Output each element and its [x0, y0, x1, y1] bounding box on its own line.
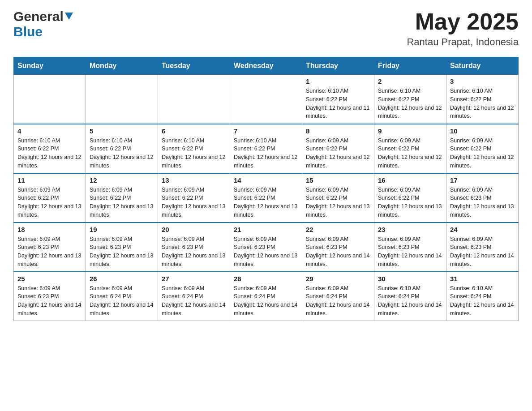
day-info: Sunrise: 6:09 AMSunset: 6:22 PMDaylight:… — [162, 186, 226, 219]
day-number: 7 — [234, 127, 298, 135]
day-number: 27 — [162, 275, 226, 283]
day-number: 22 — [306, 226, 370, 233]
day-info: Sunrise: 6:09 AMSunset: 6:22 PMDaylight:… — [450, 137, 515, 170]
calendar-table: SundayMondayTuesdayWednesdayThursdayFrid… — [13, 57, 519, 321]
day-info: Sunrise: 6:10 AMSunset: 6:22 PMDaylight:… — [90, 137, 154, 170]
calendar-cell: 7 Sunrise: 6:10 AMSunset: 6:22 PMDayligh… — [230, 124, 302, 173]
calendar-cell: 30 Sunrise: 6:10 AMSunset: 6:24 PMDaylig… — [374, 272, 446, 321]
day-number: 9 — [378, 127, 442, 135]
day-number: 21 — [234, 226, 298, 233]
calendar-cell: 24 Sunrise: 6:09 AMSunset: 6:23 PMDaylig… — [446, 223, 519, 272]
calendar-week-5: 25 Sunrise: 6:09 AMSunset: 6:23 PMDaylig… — [14, 272, 519, 321]
calendar-cell: 9 Sunrise: 6:09 AMSunset: 6:22 PMDayligh… — [374, 124, 446, 173]
calendar-week-2: 4 Sunrise: 6:10 AMSunset: 6:22 PMDayligh… — [14, 124, 519, 173]
day-number: 31 — [450, 275, 515, 283]
day-info: Sunrise: 6:09 AMSunset: 6:22 PMDaylight:… — [306, 137, 370, 170]
day-number: 13 — [162, 176, 226, 184]
col-header-monday: Monday — [86, 57, 158, 75]
col-header-saturday: Saturday — [446, 57, 519, 75]
col-header-friday: Friday — [374, 57, 446, 75]
logo-arrow-icon — [65, 13, 73, 22]
day-number: 18 — [17, 226, 82, 233]
day-info: Sunrise: 6:09 AMSunset: 6:22 PMDaylight:… — [234, 186, 298, 219]
calendar-cell: 8 Sunrise: 6:09 AMSunset: 6:22 PMDayligh… — [302, 124, 374, 173]
day-info: Sunrise: 6:09 AMSunset: 6:22 PMDaylight:… — [17, 186, 82, 219]
day-number: 23 — [378, 226, 442, 233]
calendar-cell: 14 Sunrise: 6:09 AMSunset: 6:22 PMDaylig… — [230, 173, 302, 223]
calendar-cell: 27 Sunrise: 6:09 AMSunset: 6:24 PMDaylig… — [158, 272, 230, 321]
calendar-cell: 11 Sunrise: 6:09 AMSunset: 6:22 PMDaylig… — [14, 173, 86, 223]
day-number: 29 — [306, 275, 370, 283]
calendar-cell: 2 Sunrise: 6:10 AMSunset: 6:22 PMDayligh… — [374, 75, 446, 124]
day-info: Sunrise: 6:09 AMSunset: 6:24 PMDaylight:… — [306, 284, 370, 318]
calendar-header-row: SundayMondayTuesdayWednesdayThursdayFrid… — [14, 57, 519, 75]
calendar-cell: 25 Sunrise: 6:09 AMSunset: 6:23 PMDaylig… — [14, 272, 86, 321]
day-info: Sunrise: 6:09 AMSunset: 6:23 PMDaylight:… — [450, 235, 515, 269]
day-info: Sunrise: 6:09 AMSunset: 6:23 PMDaylight:… — [17, 284, 82, 318]
calendar-cell: 18 Sunrise: 6:09 AMSunset: 6:23 PMDaylig… — [14, 223, 86, 272]
calendar-cell: 13 Sunrise: 6:09 AMSunset: 6:22 PMDaylig… — [158, 173, 230, 223]
day-number: 26 — [90, 275, 154, 283]
day-info: Sunrise: 6:09 AMSunset: 6:22 PMDaylight:… — [378, 186, 442, 219]
day-info: Sunrise: 6:09 AMSunset: 6:23 PMDaylight:… — [17, 235, 82, 269]
day-info: Sunrise: 6:09 AMSunset: 6:23 PMDaylight:… — [90, 235, 154, 269]
calendar-cell — [86, 75, 158, 124]
calendar-cell: 1 Sunrise: 6:10 AMSunset: 6:22 PMDayligh… — [302, 75, 374, 124]
calendar-cell: 29 Sunrise: 6:09 AMSunset: 6:24 PMDaylig… — [302, 272, 374, 321]
calendar-cell — [230, 75, 302, 124]
day-info: Sunrise: 6:10 AMSunset: 6:22 PMDaylight:… — [234, 137, 298, 170]
calendar-cell: 16 Sunrise: 6:09 AMSunset: 6:22 PMDaylig… — [374, 173, 446, 223]
day-number: 14 — [234, 176, 298, 184]
calendar-cell: 22 Sunrise: 6:09 AMSunset: 6:23 PMDaylig… — [302, 223, 374, 272]
day-info: Sunrise: 6:10 AMSunset: 6:22 PMDaylight:… — [162, 137, 226, 170]
day-number: 15 — [306, 176, 370, 184]
calendar-cell: 5 Sunrise: 6:10 AMSunset: 6:22 PMDayligh… — [86, 124, 158, 173]
day-number: 19 — [90, 226, 154, 233]
calendar-cell: 10 Sunrise: 6:09 AMSunset: 6:22 PMDaylig… — [446, 124, 519, 173]
calendar-cell: 19 Sunrise: 6:09 AMSunset: 6:23 PMDaylig… — [86, 223, 158, 272]
col-header-sunday: Sunday — [14, 57, 86, 75]
day-info: Sunrise: 6:10 AMSunset: 6:22 PMDaylight:… — [378, 87, 442, 120]
calendar-cell — [14, 75, 86, 124]
logo: General Blue — [13, 9, 73, 39]
day-number: 1 — [306, 77, 370, 85]
day-number: 2 — [378, 77, 442, 85]
title-block: May 2025 Rantau Prapat, Indonesia — [407, 9, 519, 48]
calendar-cell: 20 Sunrise: 6:09 AMSunset: 6:23 PMDaylig… — [158, 223, 230, 272]
day-info: Sunrise: 6:09 AMSunset: 6:23 PMDaylight:… — [378, 235, 442, 269]
logo-blue: Blue — [13, 24, 43, 39]
day-info: Sunrise: 6:09 AMSunset: 6:22 PMDaylight:… — [306, 186, 370, 219]
calendar-cell: 23 Sunrise: 6:09 AMSunset: 6:23 PMDaylig… — [374, 223, 446, 272]
day-info: Sunrise: 6:10 AMSunset: 6:22 PMDaylight:… — [450, 87, 515, 120]
day-info: Sunrise: 6:09 AMSunset: 6:23 PMDaylight:… — [450, 186, 515, 219]
col-header-tuesday: Tuesday — [158, 57, 230, 75]
day-number: 8 — [306, 127, 370, 135]
calendar-cell: 4 Sunrise: 6:10 AMSunset: 6:22 PMDayligh… — [14, 124, 86, 173]
calendar-week-3: 11 Sunrise: 6:09 AMSunset: 6:22 PMDaylig… — [14, 173, 519, 223]
day-info: Sunrise: 6:09 AMSunset: 6:22 PMDaylight:… — [90, 186, 154, 219]
calendar-cell: 17 Sunrise: 6:09 AMSunset: 6:23 PMDaylig… — [446, 173, 519, 223]
day-number: 17 — [450, 176, 515, 184]
logo-general: General — [13, 9, 64, 24]
day-info: Sunrise: 6:09 AMSunset: 6:23 PMDaylight:… — [306, 235, 370, 269]
day-number: 20 — [162, 226, 226, 233]
calendar-cell: 15 Sunrise: 6:09 AMSunset: 6:22 PMDaylig… — [302, 173, 374, 223]
calendar-cell: 21 Sunrise: 6:09 AMSunset: 6:23 PMDaylig… — [230, 223, 302, 272]
day-number: 5 — [90, 127, 154, 135]
day-number: 4 — [17, 127, 82, 135]
page-header: General Blue May 2025 Rantau Prapat, Ind… — [13, 9, 519, 48]
day-info: Sunrise: 6:10 AMSunset: 6:22 PMDaylight:… — [17, 137, 82, 170]
calendar-cell: 28 Sunrise: 6:09 AMSunset: 6:24 PMDaylig… — [230, 272, 302, 321]
day-number: 3 — [450, 77, 515, 85]
day-number: 30 — [378, 275, 442, 283]
calendar-week-4: 18 Sunrise: 6:09 AMSunset: 6:23 PMDaylig… — [14, 223, 519, 272]
col-header-wednesday: Wednesday — [230, 57, 302, 75]
day-info: Sunrise: 6:09 AMSunset: 6:23 PMDaylight:… — [234, 235, 298, 269]
day-number: 11 — [17, 176, 82, 184]
day-info: Sunrise: 6:10 AMSunset: 6:24 PMDaylight:… — [378, 284, 442, 318]
col-header-thursday: Thursday — [302, 57, 374, 75]
calendar-cell: 6 Sunrise: 6:10 AMSunset: 6:22 PMDayligh… — [158, 124, 230, 173]
day-number: 6 — [162, 127, 226, 135]
day-number: 25 — [17, 275, 82, 283]
day-info: Sunrise: 6:09 AMSunset: 6:24 PMDaylight:… — [90, 284, 154, 318]
